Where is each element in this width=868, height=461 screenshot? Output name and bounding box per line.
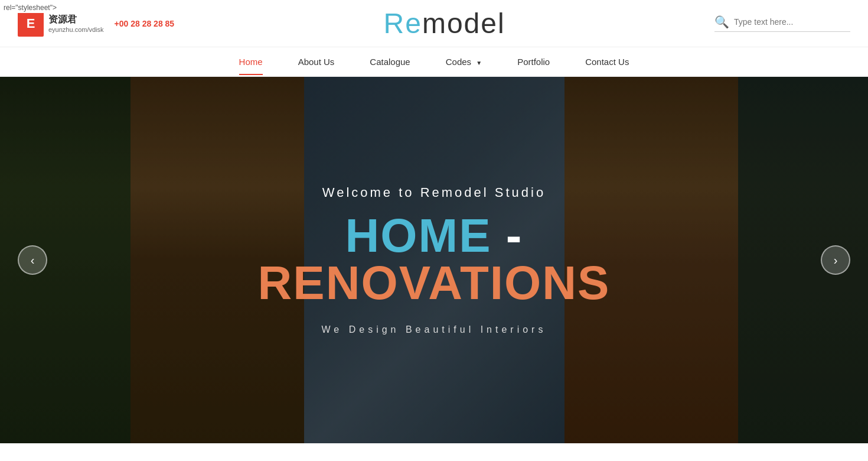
- codes-dropdown-arrow: ▼: [476, 60, 482, 66]
- nav-codes-label: Codes: [446, 57, 471, 67]
- hero-welcome-text: Welcome to Remodel Studio: [168, 185, 700, 200]
- brand-title: Remodel: [384, 7, 505, 40]
- carousel-next-button[interactable]: ›: [821, 245, 850, 275]
- nav-item-codes[interactable]: Codes ▼: [446, 48, 482, 75]
- navigation: Home About Us Catalogue Codes ▼ Portfoli…: [0, 47, 868, 77]
- nav-item-portfolio[interactable]: Portfolio: [517, 48, 550, 75]
- logo-url: eyunzhu.com/vdisk: [48, 26, 104, 33]
- hero-carousel: Welcome to Remodel Studio HOME - RENOVAT…: [0, 77, 868, 443]
- nav-item-contact[interactable]: Contact Us: [585, 48, 629, 75]
- hero-subtitle: We Design Beautiful Interiors: [168, 324, 700, 335]
- logo-phone: +00 28 28 28 85: [115, 19, 175, 28]
- brand-re: Re: [384, 8, 422, 39]
- nav-item-home[interactable]: Home: [239, 48, 263, 75]
- hero-title-dash: -: [492, 209, 523, 262]
- logo-name: 资源君: [48, 14, 104, 26]
- brand-model: model: [422, 8, 505, 39]
- logo-text-block: 资源君 eyunzhu.com/vdisk: [48, 14, 104, 33]
- logo-icon: E: [18, 11, 44, 37]
- carousel-prev-button[interactable]: ‹: [18, 245, 47, 275]
- search-area[interactable]: 🔍: [714, 15, 850, 32]
- watermark-text: rel="stylesheet">: [0, 2, 60, 13]
- logo-area: E 资源君 eyunzhu.com/vdisk +00 28 28 28 85: [18, 11, 174, 37]
- hero-title-home: HOME: [345, 209, 492, 262]
- hero-title-renovations: RENOVATIONS: [258, 257, 611, 309]
- hero-main-title: HOME - RENOVATIONS: [168, 212, 700, 307]
- hero-content: Welcome to Remodel Studio HOME - RENOVAT…: [168, 185, 700, 335]
- search-input[interactable]: [734, 17, 846, 27]
- nav-item-catalogue[interactable]: Catalogue: [370, 48, 410, 75]
- header: E 资源君 eyunzhu.com/vdisk +00 28 28 28 85 …: [0, 0, 868, 47]
- search-icon: 🔍: [714, 15, 729, 29]
- nav-item-about[interactable]: About Us: [298, 48, 335, 75]
